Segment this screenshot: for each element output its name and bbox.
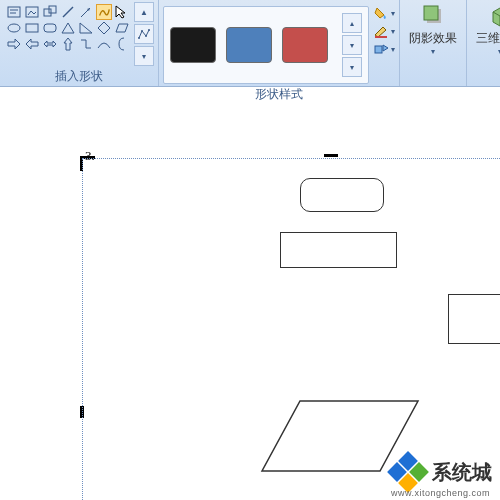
shape-freeform-icon[interactable] <box>96 4 112 20</box>
document-canvas[interactable]: 3. <box>0 86 500 500</box>
style-gallery-more[interactable]: ▾ <box>342 57 362 77</box>
svg-marker-14 <box>80 23 92 33</box>
shape-arrow-line-icon[interactable] <box>78 4 94 20</box>
group-3d: 三维效果 ▾ <box>467 0 500 86</box>
watermark-logo-icon <box>390 454 426 490</box>
watermark-brand: 系统城 <box>432 459 492 486</box>
shape-larrow-icon[interactable] <box>24 36 40 52</box>
svg-marker-20 <box>64 38 72 50</box>
svg-point-10 <box>8 24 20 32</box>
style-gallery[interactable]: ▴ ▾ ▾ <box>163 6 369 84</box>
shape-fill-button[interactable]: ▾ <box>373 6 395 20</box>
shape-rectangle-2[interactable] <box>448 294 500 344</box>
svg-marker-18 <box>26 39 38 49</box>
svg-marker-15 <box>98 22 110 34</box>
shape-connector-icon[interactable] <box>78 36 94 52</box>
shape-rectangle-1[interactable] <box>280 232 397 268</box>
guide-vertical <box>82 158 83 500</box>
shape-image-icon[interactable] <box>24 4 40 20</box>
watermark-url: www.xitongcheng.com <box>391 488 490 498</box>
shape-outline-button[interactable]: ▾ <box>373 24 395 38</box>
gallery-row-up-button[interactable]: ▲ <box>134 2 154 22</box>
svg-marker-27 <box>383 45 388 51</box>
shape-textbox-icon[interactable] <box>6 4 22 20</box>
style-gallery-up[interactable]: ▴ <box>342 13 362 33</box>
shapes-gallery[interactable] <box>4 2 132 66</box>
three-d-effects-button[interactable]: 三维效果 ▾ <box>471 2 500 56</box>
style-swatch-1[interactable] <box>170 27 216 63</box>
style-swatch-2[interactable] <box>226 27 272 63</box>
svg-marker-16 <box>116 24 128 32</box>
group-shape-styles: ▴ ▾ ▾ ▾ ▾ ▾ 形状样式 <box>159 0 400 86</box>
shape-bracket-icon[interactable] <box>114 36 130 52</box>
svg-rect-29 <box>424 6 438 20</box>
guide-horizontal <box>82 158 500 159</box>
change-shape-button[interactable]: ▾ <box>373 42 395 56</box>
shape-rect-icon[interactable] <box>24 20 40 36</box>
svg-marker-17 <box>8 39 20 49</box>
svg-rect-12 <box>44 24 56 32</box>
gallery-side-buttons: ▲ ▾ <box>134 2 154 66</box>
svg-point-23 <box>145 35 147 37</box>
edit-points-icon[interactable] <box>134 24 154 44</box>
svg-rect-25 <box>375 36 387 38</box>
shape-uarrow-icon[interactable] <box>60 36 76 52</box>
shape-rarrow-icon[interactable] <box>6 36 22 52</box>
group-shadow: 阴影效果 ▾ <box>400 0 467 86</box>
svg-rect-11 <box>26 24 38 32</box>
svg-point-21 <box>138 37 140 39</box>
svg-point-22 <box>141 30 143 32</box>
group-label-insert: 插入形状 <box>4 66 154 87</box>
style-gallery-down[interactable]: ▾ <box>342 35 362 55</box>
shape-group-icon[interactable] <box>42 4 58 20</box>
text-boundary-tick <box>324 154 338 157</box>
group-label-styles: 形状样式 <box>163 84 395 105</box>
shape-diamond-icon[interactable] <box>96 20 112 36</box>
svg-point-24 <box>148 29 150 31</box>
shape-line-icon[interactable] <box>60 4 76 20</box>
shape-roundrect-icon[interactable] <box>42 20 58 36</box>
svg-rect-26 <box>375 46 382 53</box>
shape-rounded-rectangle[interactable] <box>300 178 384 212</box>
style-swatch-3[interactable] <box>282 27 328 63</box>
svg-marker-30 <box>493 8 500 26</box>
shape-lrarrow-icon[interactable] <box>42 36 58 52</box>
shadow-label: 阴影效果 <box>409 30 457 47</box>
svg-rect-0 <box>8 7 20 17</box>
svg-marker-19 <box>44 41 56 47</box>
cursor-icon <box>114 4 130 20</box>
shape-ellipse-icon[interactable] <box>6 20 22 36</box>
shape-rtriangle-icon[interactable] <box>78 20 94 36</box>
shape-parallelogram-icon[interactable] <box>114 20 130 36</box>
gallery-more-button[interactable]: ▾ <box>134 46 154 66</box>
group-insert-shapes: ▲ ▾ 插入形状 <box>0 0 159 86</box>
svg-marker-13 <box>62 23 74 33</box>
svg-marker-9 <box>116 6 125 18</box>
shape-curve-icon[interactable] <box>96 36 112 52</box>
svg-line-6 <box>63 7 73 17</box>
ribbon: ▲ ▾ 插入形状 ▴ ▾ ▾ ▾ <box>0 0 500 87</box>
watermark: 系统城 <box>390 454 492 490</box>
shape-triangle-icon[interactable] <box>60 20 76 36</box>
style-options: ▾ ▾ ▾ <box>373 6 395 56</box>
shadow-effects-button[interactable]: 阴影效果 ▾ <box>404 2 462 56</box>
three-d-label: 三维效果 <box>476 30 500 47</box>
